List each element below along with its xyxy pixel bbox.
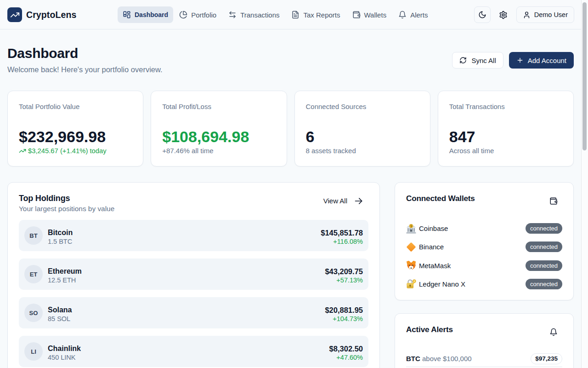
svg-text:$: $ [410, 224, 412, 228]
